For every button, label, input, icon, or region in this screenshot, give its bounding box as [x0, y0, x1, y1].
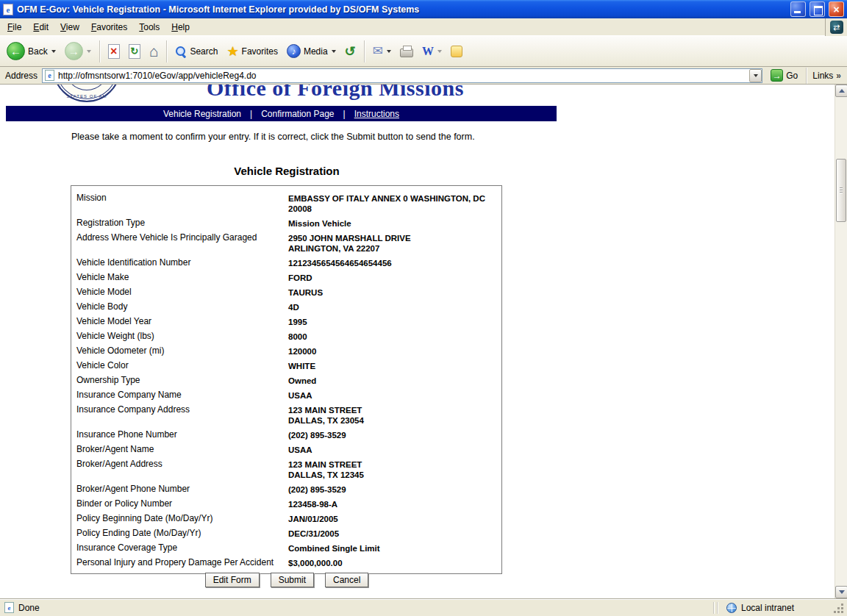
mail-button[interactable]	[369, 42, 395, 60]
table-row: Ownership Type Owned	[71, 373, 501, 387]
favorites-star-icon	[226, 45, 238, 58]
address-input[interactable]: http://ofmsntsorw1:7010/eGov/app/vehicle…	[42, 68, 762, 83]
home-icon	[149, 43, 159, 59]
minimize-button[interactable]	[790, 1, 806, 17]
refresh-button[interactable]	[125, 41, 144, 62]
history-icon	[345, 45, 356, 58]
table-row: Binder or Policy Number 123458-98-A	[71, 496, 501, 511]
scroll-thumb[interactable]	[836, 159, 846, 222]
table-row: Insurance Company Address 123 MAIN STREE…	[71, 402, 501, 427]
field-value: Mission Vehicle	[288, 218, 496, 229]
field-value: 4D	[288, 301, 496, 312]
menu-item[interactable]: Edit	[27, 19, 54, 35]
field-value: 2950 JOHN MARSHALL DRIVE ARLINGTON, VA 2…	[288, 232, 496, 254]
table-row: Insurance Coverage Type Combined Single …	[71, 540, 501, 555]
restore-button[interactable]	[810, 1, 825, 17]
field-value: 123 MAIN STREET DALLAS, TX 12345	[288, 459, 496, 480]
search-button[interactable]: Search	[171, 43, 221, 60]
table-row: Vehicle Odometer (mi) 120000	[71, 343, 501, 358]
scroll-up-button[interactable]	[835, 85, 847, 97]
back-icon: ←	[7, 42, 25, 60]
confirmation-table: Mission EMBASSY OF ITALY ANNEX 0 WASHING…	[71, 185, 502, 574]
field-value: EMBASSY OF ITALY ANNEX 0 WASHINGTON, DC …	[288, 193, 496, 214]
back-button[interactable]: ← Back	[3, 39, 60, 63]
address-label: Address	[5, 71, 37, 81]
vertical-scrollbar[interactable]	[835, 85, 847, 598]
table-row: Vehicle Identification Number 1212345654…	[71, 255, 501, 270]
media-dropdown-icon[interactable]	[332, 50, 336, 53]
print-button[interactable]	[396, 42, 417, 60]
menu-item[interactable]: Help	[165, 19, 196, 35]
field-label: Ownership Type	[76, 375, 288, 386]
field-value: 123458-98-A	[288, 498, 496, 509]
media-button[interactable]: Media	[283, 41, 340, 61]
media-icon	[287, 44, 301, 58]
brand-icon	[830, 21, 843, 34]
menu-item[interactable]: Tools	[133, 19, 165, 35]
menu-item[interactable]: Favorites	[85, 19, 133, 35]
table-row: Broker/Agent Name USAA	[71, 442, 501, 456]
field-value: 120000	[288, 345, 496, 357]
favorites-button[interactable]: Favorites	[223, 42, 282, 61]
field-value: 1212345654564654654456	[288, 257, 496, 268]
word-dropdown-icon	[437, 50, 442, 53]
page-nav-bar: Vehicle Registration | Confirmation Page…	[6, 106, 557, 121]
cancel-button[interactable]: Cancel	[325, 573, 368, 587]
toolbar: ← Back → Search Favorites Media	[0, 36, 847, 67]
title-bar: OFM E-Gov: Vehicle Registration - Micros…	[0, 0, 847, 18]
field-label: Address Where Vehicle Is Principally Gar…	[76, 232, 288, 254]
table-row: Vehicle Weight (lbs) 8000	[71, 329, 501, 343]
menu-item[interactable]: View	[54, 19, 85, 35]
field-label: Broker/Agent Phone Number	[76, 484, 288, 495]
address-page-icon	[45, 70, 54, 81]
close-button[interactable]: ×	[829, 1, 844, 17]
links-bar[interactable]: Links »	[806, 68, 846, 84]
go-icon	[771, 69, 783, 82]
search-icon	[175, 46, 187, 57]
intranet-globe-icon	[726, 603, 737, 613]
browser-window: OFM E-Gov: Vehicle Registration - Micros…	[0, 0, 847, 616]
address-dropdown-button[interactable]	[749, 69, 762, 82]
media-label: Media	[304, 46, 328, 57]
field-label: Insurance Company Name	[76, 390, 288, 401]
favorites-label: Favorites	[242, 46, 278, 57]
field-label: Insurance Company Address	[76, 404, 288, 426]
edit-form-button[interactable]: Edit Form	[205, 573, 260, 587]
mail-dropdown-icon[interactable]	[387, 50, 391, 53]
field-value: JAN/01/2005	[288, 513, 496, 524]
menu-item[interactable]: File	[1, 19, 27, 35]
back-dropdown-icon[interactable]	[51, 50, 56, 53]
discuss-icon	[451, 46, 462, 57]
field-value: Combined Single Limit	[288, 542, 496, 554]
field-value: TAURUS	[288, 287, 496, 298]
toolbar-separator	[166, 40, 167, 62]
ofm-seal-logo: STATES OF AM	[53, 85, 121, 102]
ie-app-icon	[3, 4, 13, 15]
form-button-row: Edit Form Submit Cancel	[0, 573, 573, 587]
back-label: Back	[28, 46, 48, 57]
status-text: Done	[18, 603, 40, 613]
field-label: Policy Beginning Date (Mo/Day/Yr)	[76, 513, 288, 524]
field-value: 1995	[288, 316, 496, 327]
scroll-down-button[interactable]	[835, 586, 847, 598]
toolbar-separator	[364, 40, 365, 62]
history-button[interactable]	[341, 42, 360, 61]
edit-with-word-button[interactable]	[418, 43, 446, 60]
forward-button[interactable]: →	[61, 39, 95, 63]
mail-icon	[373, 45, 383, 57]
submit-button[interactable]: Submit	[271, 573, 314, 587]
links-label: Links	[812, 71, 833, 81]
table-row: Personal Injury and Propery Damage Per A…	[71, 555, 501, 570]
resize-grip[interactable]	[834, 601, 845, 615]
web-page: STATES OF AM Office of Foreign Missions …	[0, 85, 835, 598]
stop-button[interactable]	[104, 41, 124, 62]
table-row: Policy Ending Date (Mo/Day/Yr) DEC/31/20…	[71, 526, 501, 540]
home-button[interactable]	[146, 40, 162, 62]
field-label: Vehicle Model	[76, 287, 288, 298]
field-label: Vehicle Color	[76, 360, 288, 371]
confirmation-instructions: Please take a moment to confirm your ent…	[71, 132, 475, 142]
go-button[interactable]: Go	[767, 68, 801, 82]
discuss-button[interactable]	[447, 43, 466, 60]
nav-separator: |	[343, 109, 346, 119]
nav-link-instructions[interactable]: Instructions	[354, 109, 399, 119]
